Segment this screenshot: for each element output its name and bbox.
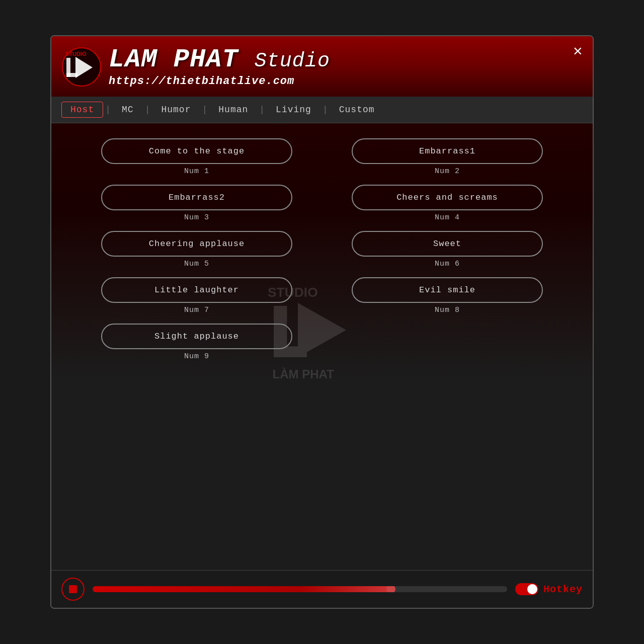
svg-text:STUDIO: STUDIO (65, 51, 87, 57)
sound-cell-5: Cheering applause Num 5 (71, 231, 322, 268)
toggle-knob (527, 584, 537, 594)
tab-mc[interactable]: MC (113, 102, 143, 118)
sound-hotkey-1: Num 1 (184, 167, 209, 176)
sound-cell-9: Slight applause Num 9 (71, 324, 322, 361)
sound-hotkey-6: Num 6 (435, 260, 460, 268)
logo-icon: STUDIO (61, 47, 102, 87)
app-title: LAM PHAT Studio (109, 47, 330, 73)
footer: Hotkey (51, 570, 593, 608)
tabs-bar: Host | MC | Humor | Human | Living | Cus… (51, 97, 593, 123)
stop-icon (69, 585, 77, 593)
header: STUDIO LAM PHAT Studio https://thietbiha… (51, 36, 593, 97)
tab-humor[interactable]: Humor (152, 102, 200, 118)
main-content: STUDIO LÀM PHAT Come to the stage Num 1 … (51, 123, 593, 570)
sound-button-7[interactable]: Little laughter (101, 277, 292, 303)
sound-cell-2: Embarrass1 Num 2 (322, 138, 573, 176)
logo-area: STUDIO LAM PHAT Studio https://thietbiha… (61, 47, 330, 88)
sound-hotkey-8: Num 8 (435, 306, 460, 314)
sound-button-2[interactable]: Embarrass1 (352, 138, 543, 164)
sound-hotkey-5: Num 5 (184, 260, 209, 268)
sound-button-6[interactable]: Sweet (352, 231, 543, 257)
stop-button[interactable] (61, 578, 85, 601)
close-button[interactable]: × (573, 44, 583, 60)
sound-cell-4: Cheers and screams Num 4 (322, 185, 573, 222)
sound-cell-8: Evil smile Num 8 (322, 277, 573, 314)
sound-hotkey-7: Num 7 (184, 306, 209, 314)
sound-button-8[interactable]: Evil smile (352, 277, 543, 303)
sound-hotkey-3: Num 3 (184, 213, 209, 222)
sound-button-5[interactable]: Cheering applause (101, 231, 292, 257)
sound-hotkey-2: Num 2 (435, 167, 460, 176)
sound-hotkey-4: Num 4 (435, 213, 460, 222)
title-area: LAM PHAT Studio https://thietbihatlive.c… (109, 47, 330, 88)
sound-button-4[interactable]: Cheers and screams (352, 185, 543, 210)
svg-text:LÀM PHAT: LÀM PHAT (273, 367, 335, 381)
sound-cell-6: Sweet Num 6 (322, 231, 573, 268)
sound-button-9[interactable]: Slight applause (101, 324, 292, 349)
svg-rect-4 (66, 73, 77, 77)
tab-human[interactable]: Human (209, 102, 257, 118)
tab-custom[interactable]: Custom (330, 102, 384, 118)
sound-cell-1: Come to the stage Num 1 (71, 138, 322, 176)
sound-button-3[interactable]: Embarrass2 (101, 185, 292, 210)
sound-hotkey-9: Num 9 (184, 352, 209, 361)
sound-cell-3: Embarrass2 Num 3 (71, 185, 322, 222)
progress-bar[interactable] (93, 586, 507, 592)
tab-living[interactable]: Living (267, 102, 320, 118)
hotkey-area: Hotkey (515, 583, 583, 595)
tab-host[interactable]: Host (61, 102, 103, 118)
hotkey-toggle[interactable] (515, 583, 538, 595)
sound-cell-7: Little laughter Num 7 (71, 277, 322, 314)
app-window: STUDIO LAM PHAT Studio https://thietbiha… (50, 35, 594, 609)
hotkey-label: Hotkey (543, 584, 583, 595)
progress-fill (93, 586, 391, 592)
app-subtitle: https://thietbihatlive.com (109, 75, 330, 88)
sound-button-1[interactable]: Come to the stage (101, 138, 292, 164)
progress-thumb (386, 586, 395, 592)
